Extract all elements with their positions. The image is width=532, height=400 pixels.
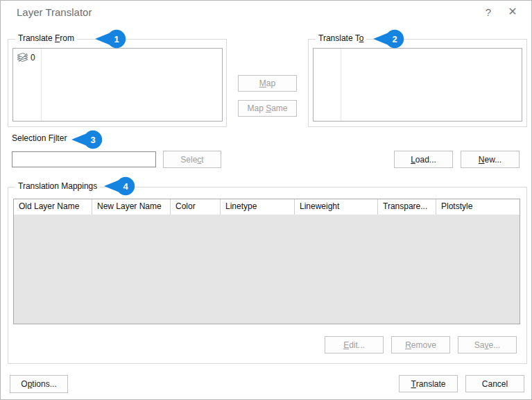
layer-list-item[interactable]: 0 [17,53,35,62]
help-icon[interactable]: ? [479,4,497,21]
label-post: t [201,155,203,165]
callout-2: 2 [373,29,405,49]
translate-to-list[interactable] [313,48,522,122]
remove-button[interactable]: Remove [391,336,450,353]
translate-to-label: Translate To [316,33,366,43]
translate-from-list[interactable]: 0 [12,48,223,122]
label-accel: o [359,33,364,43]
new-button[interactable]: New... [461,151,520,168]
callout-3: 3 [71,130,103,149]
label-post: ap [266,78,275,88]
column-header-plotstyle[interactable]: Plotstyle [436,199,520,215]
label-post: lter [55,133,67,143]
selection-filter-label: Selection Filter [12,133,67,143]
label-accel: T [411,379,415,389]
label-accel: M [259,78,266,88]
label-post: tions... [32,379,56,389]
options-button[interactable]: Options... [10,375,68,393]
label-pre: Map [247,103,266,113]
translate-button[interactable]: Translate [399,375,458,392]
column-header-linetype[interactable]: Linetype [221,199,295,215]
label-accel: S [266,103,271,113]
window-title: Layer Translator [17,6,92,18]
label-accel: E [343,340,349,350]
select-button[interactable]: Select [163,151,221,168]
label-post: dit... [349,340,365,350]
label-pre: Sa [474,340,485,350]
label-post: oad... [415,155,436,165]
label-post: emove [411,340,436,350]
label-pre: O [21,379,27,389]
translation-mappings-label: Translation Mappings [15,181,100,191]
label-post: ew... [484,155,501,165]
callout-number: 4 [123,181,128,192]
map-button[interactable]: Map [238,75,297,92]
list-column-separator [341,49,341,121]
label-pre: Translate T [318,33,359,43]
translate-from-label: Translate From [15,33,77,43]
mappings-table[interactable]: Old Layer Name New Layer Name Color Line… [13,199,520,324]
callout-number: 3 [90,135,95,145]
label-accel: R [405,340,411,350]
layer-translator-dialog: Layer Translator ? ✕ Translate From 0 1 … [0,0,532,400]
cancel-button[interactable]: Cancel [465,375,524,392]
load-button[interactable]: Load... [394,151,453,168]
label-accel: L [411,155,415,165]
selection-filter-input[interactable] [12,151,156,167]
layers-icon [17,53,28,62]
column-header-new-layer-name[interactable]: New Layer Name [92,199,171,215]
label-pre: Selection F [12,133,53,143]
save-button[interactable]: Save... [458,336,517,353]
label-pre: Cancel [482,379,508,389]
column-header-color[interactable]: Color [171,199,221,215]
callout-1: 1 [95,29,127,49]
edit-button[interactable]: Edit... [325,336,384,353]
mappings-table-header: Old Layer Name New Layer Name Color Line… [14,199,520,215]
list-column-separator [41,49,42,121]
label-post: ame [271,103,287,113]
map-same-button[interactable]: Map Same [238,100,297,117]
layer-name: 0 [31,53,35,62]
label-pre: Sele [180,155,197,165]
callout-number: 1 [114,34,119,44]
label-post: ranslate [416,379,446,389]
callout-number: 2 [392,34,397,44]
label-post: e... [489,340,501,350]
column-header-transparency[interactable]: Transpare... [378,199,436,215]
label-post: rom [60,33,74,43]
callout-4: 4 [104,176,136,196]
close-icon[interactable]: ✕ [503,3,522,21]
column-header-old-layer-name[interactable]: Old Layer Name [14,199,92,215]
column-header-lineweight[interactable]: Lineweight [295,199,378,215]
label-pre: Translate [18,33,55,43]
label-accel: N [479,155,485,165]
label-accel: p [28,379,33,389]
mappings-table-body[interactable] [14,215,520,324]
